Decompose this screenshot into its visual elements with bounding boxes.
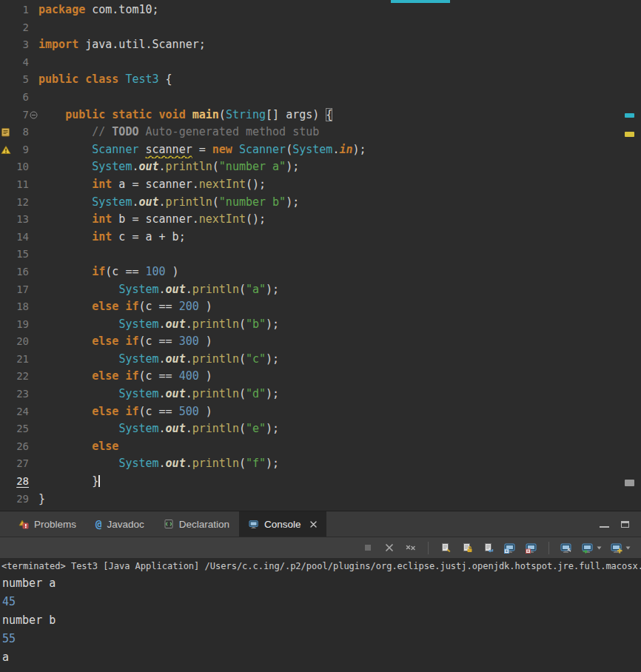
annotation-ruler-cell[interactable] (0, 19, 11, 37)
terminate-button[interactable] (360, 540, 376, 556)
code-line[interactable]: 20 else if(c == 300 ) (0, 333, 641, 351)
code-line[interactable]: 10 System.out.println("number a"); (0, 158, 641, 176)
code-line[interactable]: 2 (0, 19, 641, 37)
console-view[interactable]: <terminated> Test3 [Java Application] /U… (0, 558, 641, 672)
annotation-ruler-cell[interactable] (0, 107, 11, 124)
line-number: 17 (11, 281, 29, 299)
maximize-button[interactable] (621, 517, 629, 531)
annotation-ruler-cell[interactable] (0, 281, 11, 299)
annotation-ruler-cell[interactable] (0, 158, 11, 176)
display-selected-console-button[interactable] (580, 540, 603, 556)
code-line[interactable]: 4 (0, 54, 641, 72)
annotation-ruler-cell[interactable] (0, 368, 11, 386)
remove-all-terminated-button[interactable] (403, 540, 419, 556)
code-line[interactable]: 1package com.tom10; (0, 1, 641, 19)
annotation-ruler-cell[interactable] (0, 194, 11, 212)
code-line[interactable]: 5public class Test3 { (0, 71, 641, 89)
annotation-ruler-cell[interactable] (0, 455, 11, 473)
warning-overview-marker[interactable] (625, 132, 634, 137)
tab-declaration[interactable]: Declaration (154, 511, 239, 537)
code-line[interactable]: 3import java.util.Scanner; (0, 36, 641, 54)
annotation-ruler-cell[interactable] (0, 141, 11, 159)
eclipse-window: 1package com.tom10;23import java.util.Sc… (0, 0, 641, 672)
console-output[interactable]: number a45number b55a (0, 574, 641, 667)
annotation-ruler-cell[interactable] (0, 351, 11, 369)
code-line[interactable]: 8 // TODO Auto-generated method stub (0, 124, 641, 141)
dropdown-caret-icon[interactable] (625, 546, 632, 550)
code-token: if (92, 265, 105, 278)
annotation-ruler-cell[interactable] (0, 36, 11, 54)
tab-console[interactable]: Console (239, 511, 326, 537)
clear-console-button[interactable] (437, 540, 454, 556)
annotation-ruler-cell[interactable] (0, 298, 11, 316)
code-area[interactable]: 1package com.tom10;23import java.util.Sc… (0, 0, 641, 508)
open-console-button[interactable] (608, 540, 632, 556)
annotation-ruler-cell[interactable] (0, 54, 11, 72)
code-line[interactable]: 23 System.out.println("d"); (0, 386, 641, 403)
code-line[interactable]: 24 else if(c == 500 ) (0, 403, 641, 421)
code-line[interactable]: 13 int b = scanner.nextInt(); (0, 211, 641, 229)
tab-javadoc[interactable]: @Javadoc (86, 511, 154, 537)
code-line[interactable]: 25 System.out.println("e"); (0, 420, 641, 438)
annotation-ruler-cell[interactable] (0, 403, 11, 421)
code-line[interactable]: 6 (0, 89, 641, 107)
code-line[interactable]: 15 (0, 246, 641, 263)
code-token: (); (246, 212, 266, 226)
code-line[interactable]: 17 System.out.println("a"); (0, 281, 641, 299)
console-line-stdout: number b (0, 611, 641, 630)
dropdown-caret-icon[interactable] (597, 546, 603, 550)
code-line[interactable]: 16 if(c == 100 ) (0, 263, 641, 281)
code-line[interactable]: 19 System.out.println("b"); (0, 316, 641, 334)
remove-launch-button[interactable] (381, 540, 397, 556)
fold-collapse-icon[interactable] (29, 107, 38, 124)
annotation-ruler-cell[interactable] (0, 473, 11, 491)
annotation-ruler-cell[interactable] (0, 491, 11, 508)
code-line[interactable]: 7 public static void main(String[] args)… (0, 107, 641, 124)
annotation-ruler-cell[interactable] (0, 71, 11, 89)
code-token (38, 352, 118, 366)
annotation-ruler-cell[interactable] (0, 211, 11, 229)
annotation-ruler-cell[interactable] (0, 246, 11, 263)
code-line[interactable]: 28 } (0, 473, 641, 491)
annotation-ruler-cell[interactable] (0, 1, 11, 19)
show-stderr-button[interactable] (523, 540, 540, 556)
annotation-ruler-cell[interactable] (0, 420, 11, 438)
annotation-ruler-cell[interactable] (0, 438, 11, 456)
annotation-ruler-cell[interactable] (0, 89, 11, 107)
scroll-lock-button[interactable] (459, 540, 475, 556)
code-line[interactable]: 11 int a = scanner.nextInt(); (0, 176, 641, 194)
annotation-ruler-cell[interactable] (0, 386, 11, 403)
task-overview-marker[interactable] (625, 113, 634, 118)
code-line[interactable]: 9 Scanner scanner = new Scanner(System.i… (0, 141, 641, 159)
pin-console-button[interactable] (558, 540, 574, 556)
code-line[interactable]: 12 System.out.println("number b"); (0, 194, 641, 212)
code-text: // TODO Auto-generated method stub (38, 124, 641, 141)
code-token: println (192, 457, 239, 470)
code-line[interactable]: 22 else if(c == 400 ) (0, 368, 641, 386)
tab-close-icon[interactable] (310, 521, 317, 528)
annotation-ruler-cell[interactable] (0, 316, 11, 334)
editor-area[interactable]: 1package com.tom10;23import java.util.Sc… (0, 0, 641, 511)
code-line[interactable]: 21 System.out.println("c"); (0, 351, 641, 369)
code-token: ); (286, 195, 299, 209)
annotation-ruler-cell[interactable] (0, 176, 11, 194)
code-line[interactable]: 14 int c = a + b; (0, 229, 641, 246)
annotation-ruler-cell[interactable] (0, 229, 11, 246)
line-number: 24 (11, 403, 29, 421)
view-tab-bar: Problems@JavadocDeclarationConsole (0, 511, 641, 537)
annotation-ruler-cell[interactable] (0, 124, 11, 141)
show-stdout-button[interactable] (502, 540, 518, 556)
annotation-ruler-cell[interactable] (0, 333, 11, 351)
code-text: else if(c == 200 ) (38, 298, 641, 316)
code-line[interactable]: 29} (0, 491, 641, 508)
annotation-ruler-cell[interactable] (0, 263, 11, 281)
code-line[interactable]: 18 else if(c == 200 ) (0, 298, 641, 316)
word-wrap-button[interactable] (480, 540, 497, 556)
code-line[interactable]: 26 else (0, 438, 641, 456)
cursor-line-overview-marker[interactable] (625, 480, 634, 486)
fold-ruler-cell (29, 455, 38, 473)
tab-problems[interactable]: Problems (9, 511, 86, 537)
console-status-line: <terminated> Test3 [Java Application] /U… (0, 558, 641, 574)
code-line[interactable]: 27 System.out.println("f"); (0, 455, 641, 473)
minimize-button[interactable] (600, 517, 609, 531)
